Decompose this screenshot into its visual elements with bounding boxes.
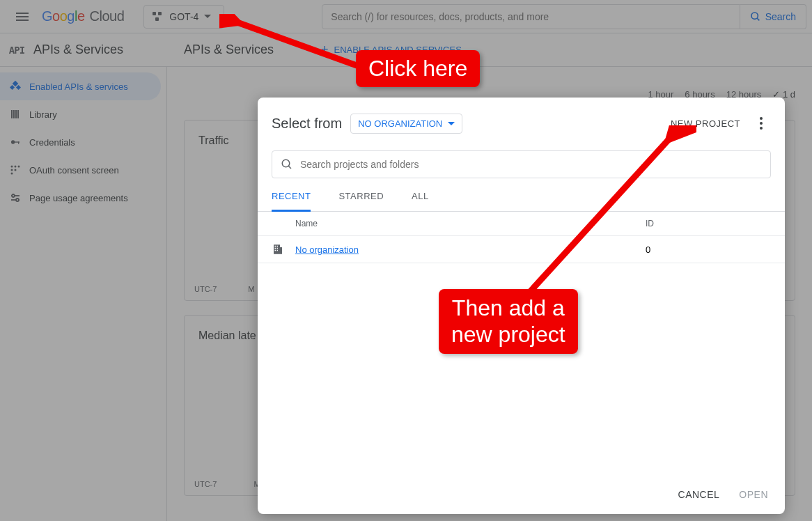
modal-header: Select from NO ORGANIZATION NEW PROJECT — [258, 98, 785, 143]
modal-search-input[interactable] — [300, 159, 762, 170]
tab-all[interactable]: ALL — [412, 191, 429, 211]
project-row[interactable]: No organization 0 — [258, 236, 785, 263]
svg-rect-29 — [277, 248, 279, 249]
cancel-button[interactable]: CANCEL — [678, 489, 720, 500]
svg-point-22 — [282, 160, 290, 167]
col-id-header: ID — [646, 219, 771, 228]
modal-footer: CANCEL OPEN — [258, 478, 785, 514]
new-project-button[interactable]: NEW PROJECT — [671, 118, 740, 129]
svg-rect-27 — [277, 246, 279, 247]
row-id: 0 — [646, 244, 771, 255]
svg-rect-28 — [275, 248, 276, 249]
caret-down-icon — [448, 122, 455, 125]
org-icon — [272, 243, 295, 256]
org-selector[interactable]: NO ORGANIZATION — [350, 114, 462, 134]
org-chip-label: NO ORGANIZATION — [358, 118, 442, 129]
search-icon — [281, 158, 293, 171]
kebab-menu-icon[interactable] — [754, 111, 768, 135]
col-name-header: Name — [295, 219, 646, 228]
svg-rect-25 — [280, 247, 282, 254]
open-button[interactable]: OPEN — [739, 489, 768, 500]
modal-tabs: RECENT STARRED ALL — [258, 178, 785, 212]
svg-rect-31 — [277, 250, 279, 251]
svg-rect-26 — [275, 246, 276, 247]
row-name-link[interactable]: No organization — [295, 244, 359, 255]
svg-line-23 — [288, 166, 291, 169]
svg-rect-30 — [275, 250, 276, 251]
modal-table-header: Name ID — [258, 212, 785, 236]
tab-recent[interactable]: RECENT — [272, 191, 311, 212]
project-selector-modal: Select from NO ORGANIZATION NEW PROJECT … — [258, 98, 785, 514]
tab-starred[interactable]: STARRED — [338, 191, 384, 211]
modal-title: Select from — [272, 116, 342, 132]
modal-search[interactable] — [272, 150, 771, 178]
